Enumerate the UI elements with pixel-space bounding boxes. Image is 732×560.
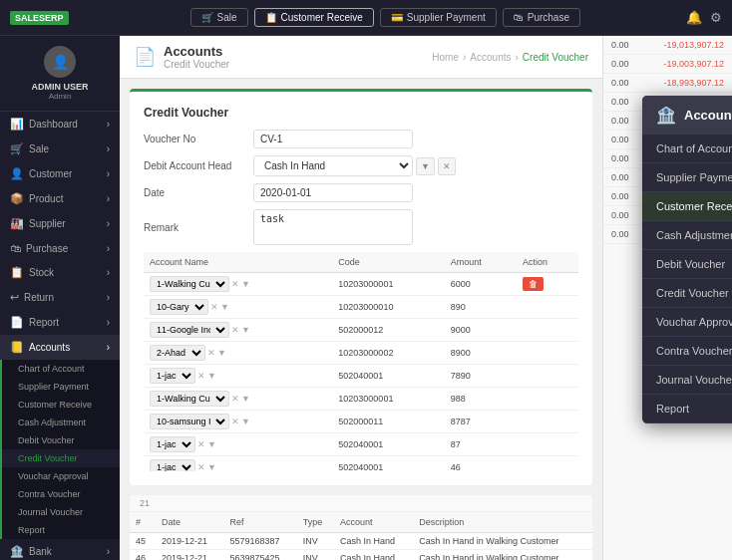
popup-contra-voucher[interactable]: Contra Voucher (642, 337, 732, 366)
dashboard-icon: 📊 (10, 118, 24, 130)
sidebar-item-dashboard[interactable]: 📊Dashboard › (0, 112, 120, 137)
bt-type: INV (297, 533, 334, 550)
debit-account-x[interactable]: ✕ (438, 157, 456, 175)
account-arrow-2[interactable]: ▼ (241, 325, 250, 335)
popup-debit-voucher[interactable]: Debit Voucher (642, 250, 732, 279)
account-arrow-0[interactable]: ▼ (241, 279, 250, 289)
td-account: 10-samsung Inc ✕ ▼ (144, 411, 332, 433)
popup-title: Accounts (684, 108, 732, 123)
account-arrow-3[interactable]: ▼ (217, 348, 226, 358)
sidebar-sub-journal-voucher[interactable]: Journal Voucher (2, 503, 120, 521)
sidebar-item-return[interactable]: ↩Return › (0, 285, 120, 310)
td-account: 2-Ahad ✕ ▼ (144, 342, 332, 365)
account-select-2[interactable]: 11-Google Inc (150, 322, 229, 338)
popup-customer-receive[interactable]: Customer Receive (642, 192, 732, 221)
sidebar-item-stock[interactable]: 📋Stock › (0, 260, 120, 285)
supplier-payment-nav-btn[interactable]: 💳 Supplier Payment (380, 8, 497, 27)
sidebar-item-supplier[interactable]: 🏭Supplier › (0, 211, 120, 236)
customer-receive-nav-btn[interactable]: 📋 Customer Receive (254, 8, 374, 27)
customer-icon: 👤 (10, 167, 24, 179)
popup-report[interactable]: Report (642, 395, 732, 423)
sidebar-item-product[interactable]: 📦Product › (0, 186, 120, 211)
account-select-8[interactable]: 1-jac (150, 459, 195, 471)
account-select-1[interactable]: 10-Gary (150, 299, 208, 315)
delete-btn-0[interactable]: 🗑 (523, 277, 544, 291)
account-x-5[interactable]: ✕ (231, 394, 239, 404)
popup-supplier-payment[interactable]: Supplier Payment (642, 163, 732, 192)
popup-vouchar-approval[interactable]: Vouchar Approval (642, 308, 732, 337)
account-x-8[interactable]: ✕ (197, 462, 205, 471)
sidebar-sub-vouchar-approval[interactable]: Vouchar Approval (2, 467, 120, 485)
main-header-title: 📄 Accounts Credit Voucher (134, 44, 229, 70)
breadcrumb-accounts[interactable]: Accounts (470, 52, 511, 63)
sidebar-sub-credit-voucher[interactable]: Credit Voucher (2, 449, 120, 467)
bell-icon[interactable]: 🔔 (686, 10, 702, 25)
sidebar-sub-customer-receive[interactable]: Customer Receive (2, 396, 120, 414)
sidebar-item-bank[interactable]: 🏦Bank › (0, 539, 120, 560)
sidebar-sub-chart-of-account[interactable]: Chart of Account (2, 360, 120, 378)
account-select-4[interactable]: 1-jac (150, 368, 195, 384)
account-arrow-7[interactable]: ▼ (207, 439, 216, 449)
popup-journal-voucher[interactable]: Journal Voucher (642, 366, 732, 395)
debit-account-select[interactable]: Cash In Hand (253, 155, 413, 176)
account-arrow-6[interactable]: ▼ (241, 417, 250, 426)
voucher-no-row: Voucher No (144, 130, 578, 148)
sidebar-item-report[interactable]: 📄Report › (0, 310, 120, 335)
purchase-sidebar-icon: 🛍 (10, 242, 21, 254)
credit-voucher-table: Account Name Code Amount Action 1-Walkin… (144, 252, 578, 471)
account-arrow-4[interactable]: ▼ (207, 371, 216, 381)
table-row: 1-jac ✕ ▼ 502040001 87 (144, 433, 578, 456)
sidebar-sub-cash-adjustment[interactable]: Cash Adjustment (2, 414, 120, 431)
account-x-2[interactable]: ✕ (231, 325, 239, 335)
voucher-no-input[interactable] (253, 130, 413, 148)
account-x-7[interactable]: ✕ (197, 439, 205, 449)
popup-chart-of-account[interactable]: Chart of Account (642, 135, 732, 163)
logo-text: SALESERP (10, 11, 69, 25)
account-select-3[interactable]: 2-Ahad (150, 345, 205, 361)
account-select-7[interactable]: 1-jac (150, 436, 195, 452)
account-x-1[interactable]: ✕ (210, 302, 218, 312)
remark-row: Remark task (144, 209, 578, 245)
debit-account-select-row: Cash In Hand ▼ ✕ (253, 155, 456, 176)
sidebar-sub-contra-voucher[interactable]: Contra Voucher (2, 485, 120, 503)
account-x-0[interactable]: ✕ (231, 279, 239, 289)
col-type: Type (297, 512, 334, 533)
sidebar-sub-supplier-payment[interactable]: Supplier Payment (2, 378, 120, 396)
account-x-3[interactable]: ✕ (207, 348, 215, 358)
date-input[interactable] (253, 183, 413, 202)
account-arrow-5[interactable]: ▼ (241, 394, 250, 404)
account-arrow-1[interactable]: ▼ (220, 302, 229, 312)
remark-input[interactable]: task (253, 209, 413, 245)
sale-nav-btn[interactable]: 🛒 Sale (190, 8, 248, 27)
top-nav-right: 🔔 ⚙ (686, 10, 722, 25)
product-icon: 📦 (10, 192, 24, 204)
bg-row-1: 0.00 -19,013,907.12 (603, 36, 732, 55)
sidebar-item-sale[interactable]: 🛒Sale › (0, 137, 120, 161)
account-x-4[interactable]: ✕ (197, 371, 205, 381)
popup-header: 🏦 Accounts (642, 96, 732, 135)
main-header: 📄 Accounts Credit Voucher Home › Account… (120, 36, 602, 79)
account-select-0[interactable]: 1-Walking Customer (150, 276, 229, 292)
sidebar-item-purchase[interactable]: 🛍Purchase › (0, 236, 120, 260)
account-select-6[interactable]: 10-samsung Inc (150, 414, 229, 429)
purchase-nav-btn[interactable]: 🛍 Purchase (503, 8, 580, 27)
breadcrumb-home[interactable]: Home (432, 52, 459, 63)
sidebar-sub-report[interactable]: Report (2, 521, 120, 539)
td-account: 10-Gary ✕ ▼ (144, 296, 332, 319)
account-select-5[interactable]: 1-Walking Customer (150, 391, 229, 407)
sidebar-item-accounts[interactable]: 📒Accounts › (0, 335, 120, 360)
top-nav-actions: 🛒 Sale 📋 Customer Receive 💳 Supplier Pay… (85, 8, 686, 27)
account-x-6[interactable]: ✕ (231, 417, 239, 426)
col-bt-account: Account (334, 512, 413, 533)
sidebar-item-customer[interactable]: 👤Customer › (0, 161, 120, 186)
sidebar-sub-debit-voucher[interactable]: Debit Voucher (2, 431, 120, 449)
table-row: 10-samsung Inc ✕ ▼ 502000011 8787 (144, 411, 578, 433)
account-arrow-8[interactable]: ▼ (207, 462, 216, 471)
td-account: 1-Walking Customer ✕ ▼ (144, 273, 332, 296)
popup-cash-adjustment[interactable]: Cash Adjustment (642, 221, 732, 250)
debit-account-arrow[interactable]: ▼ (416, 157, 435, 175)
supplier-icon: 🏭 (10, 217, 24, 229)
gear-icon[interactable]: ⚙ (710, 10, 722, 25)
bt-account: Cash In Hand (334, 533, 413, 550)
popup-credit-voucher[interactable]: Credit Voucher (642, 279, 732, 308)
